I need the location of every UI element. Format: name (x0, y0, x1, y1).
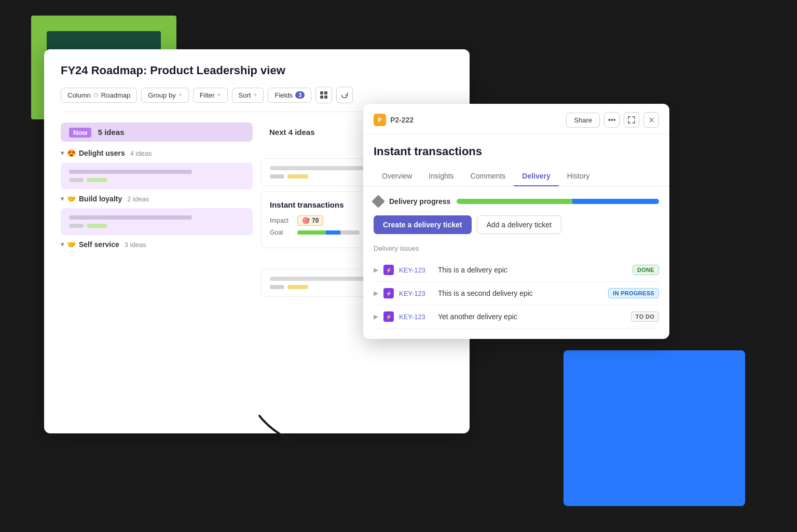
next-count: 4 ideas (288, 128, 315, 137)
issue-3-key: KEY-123 (399, 313, 433, 321)
detail-id-text: P2-222 (390, 116, 414, 124)
impact-emoji: 🎯 (302, 217, 310, 224)
tag-yellow-2 (287, 174, 308, 179)
tag-yellow-4 (287, 285, 308, 289)
create-delivery-ticket-button[interactable]: Create a delivery ticket (374, 215, 472, 234)
tag-gray-2 (270, 174, 284, 179)
goal-label: Goal (270, 229, 293, 236)
now-column-header: Now 5 ideas (61, 122, 253, 142)
delight-users-emoji: 😍 (67, 149, 76, 157)
filter-label: Filter (200, 91, 215, 99)
issue-row-1[interactable]: ▶ ⚡ KEY-123 This is a delivery epic DONE (374, 258, 659, 282)
goal-bar-gray (340, 230, 360, 235)
self-service-emoji: 🤝 (67, 240, 76, 249)
issue-row-2[interactable]: ▶ ⚡ KEY-123 This is a second delivery ep… (374, 282, 659, 305)
idea-card-1[interactable] (61, 162, 253, 189)
issue-2-type-icon: ⚡ (383, 288, 394, 298)
tab-history[interactable]: History (559, 167, 598, 186)
sort-button[interactable]: Sort + (232, 88, 264, 103)
delivery-progress-label: Delivery progress (389, 197, 450, 206)
sort-plus-icon: + (253, 91, 257, 99)
card-line-1 (69, 170, 192, 174)
svg-rect-1 (324, 91, 327, 94)
issue-2-title: This is a second delivery epic (438, 289, 603, 297)
fields-button[interactable]: Fields 3 (268, 88, 311, 103)
close-icon: ✕ (648, 115, 655, 125)
tab-overview[interactable]: Overview (374, 167, 420, 186)
view-toggle-button[interactable] (315, 87, 332, 103)
issue-2-expand-icon[interactable]: ▶ (374, 290, 378, 297)
expand-button[interactable] (624, 112, 639, 128)
detail-id-section: P P2-222 (374, 114, 414, 126)
issue-3-title: Yet another delivery epic (438, 312, 626, 321)
delight-users-chevron[interactable]: ▾ (61, 149, 64, 157)
column-value: Roadmap (101, 91, 130, 99)
tag-gray-4 (270, 285, 284, 289)
progress-bar-green (457, 199, 572, 204)
roadmap-header: FY24 Roadmap: Product Leadership view Co… (44, 49, 470, 112)
self-service-chevron[interactable]: ▾ (61, 241, 64, 248)
issue-2-status-badge: IN PROGRESS (608, 288, 659, 298)
share-button[interactable]: Share (566, 113, 600, 128)
column-button[interactable]: Column ⊙ Roadmap (61, 88, 137, 103)
tag-green-1 (87, 178, 107, 182)
issue-3-expand-icon[interactable]: ▶ (374, 313, 378, 320)
filter-button[interactable]: Filter + (193, 88, 228, 103)
card-tags-3 (69, 224, 244, 228)
delivery-diamond-icon (372, 195, 384, 208)
delight-users-group: ▾ 😍 Delight users 4 ideas (61, 149, 253, 157)
detail-body: Delivery progress Create a delivery tick… (363, 186, 669, 339)
delivery-progress-bar (457, 199, 659, 204)
detail-id-icon: P (374, 114, 386, 126)
self-service-group: ▾ 🤝 Self service 3 ideas (61, 240, 253, 249)
now-count: 5 ideas (98, 128, 125, 137)
add-delivery-ticket-button[interactable]: Add a delivery ticket (477, 215, 561, 234)
delight-users-label: Delight users (79, 149, 125, 157)
group-by-button[interactable]: Group by + (141, 88, 189, 103)
goal-bar-blue (326, 230, 340, 235)
card-line-3 (69, 215, 192, 220)
svg-rect-0 (320, 91, 323, 94)
delivery-issues-label: Delivery issues (374, 244, 659, 252)
issue-1-title: This is a delivery epic (438, 266, 627, 274)
group-by-label: Group by (148, 91, 175, 99)
impact-value: 70 (312, 217, 319, 224)
build-loyalty-label: Build loyalty (79, 195, 122, 203)
delight-users-count: 4 ideas (130, 149, 152, 157)
group-by-plus-icon: + (178, 91, 182, 99)
tab-comments[interactable]: Comments (462, 167, 514, 186)
close-button[interactable]: ✕ (643, 112, 659, 128)
issue-1-status-badge: DONE (633, 265, 659, 275)
column-label: Column (67, 91, 91, 99)
impact-badge: 🎯 70 (297, 215, 323, 226)
issue-1-type-icon: ⚡ (383, 265, 394, 275)
more-options-button[interactable]: ••• (604, 112, 620, 128)
fields-label: Fields (274, 91, 293, 99)
column-chevron: ⊙ (93, 91, 99, 99)
idea-card-3[interactable] (61, 208, 253, 235)
issue-1-key: KEY-123 (399, 266, 433, 274)
goal-bar (297, 230, 360, 235)
build-loyalty-chevron[interactable]: ▾ (61, 195, 64, 202)
svg-marker-4 (311, 448, 322, 461)
goal-bar-green (297, 230, 326, 235)
tab-insights[interactable]: Insights (420, 167, 462, 186)
next-label: Next (269, 128, 286, 137)
issue-1-expand-icon[interactable]: ▶ (374, 266, 378, 274)
tabs-bar: Overview Insights Comments Delivery Hist… (363, 167, 669, 186)
roadmap-title: FY24 Roadmap: Product Leadership view (61, 64, 453, 77)
tab-delivery[interactable]: Delivery (514, 167, 558, 186)
refresh-button[interactable] (336, 87, 353, 103)
detail-panel: P P2-222 Share ••• ✕ Instant transaction… (363, 104, 669, 339)
card-tags-1 (69, 178, 244, 182)
impact-label: Impact (270, 217, 293, 224)
issue-3-status-badge: TO DO (631, 311, 659, 322)
tag-gray-3 (69, 224, 84, 228)
self-service-label: Self service (79, 240, 119, 249)
now-label: Now (69, 128, 91, 138)
issue-3-type-icon: ⚡ (383, 311, 394, 322)
build-loyalty-count: 2 ideas (127, 195, 149, 203)
build-loyalty-group: ▾ 🤝 Build loyalty 2 ideas (61, 195, 253, 203)
issue-row-3[interactable]: ▶ ⚡ KEY-123 Yet another delivery epic TO… (374, 305, 659, 329)
fields-badge: 3 (295, 91, 305, 99)
